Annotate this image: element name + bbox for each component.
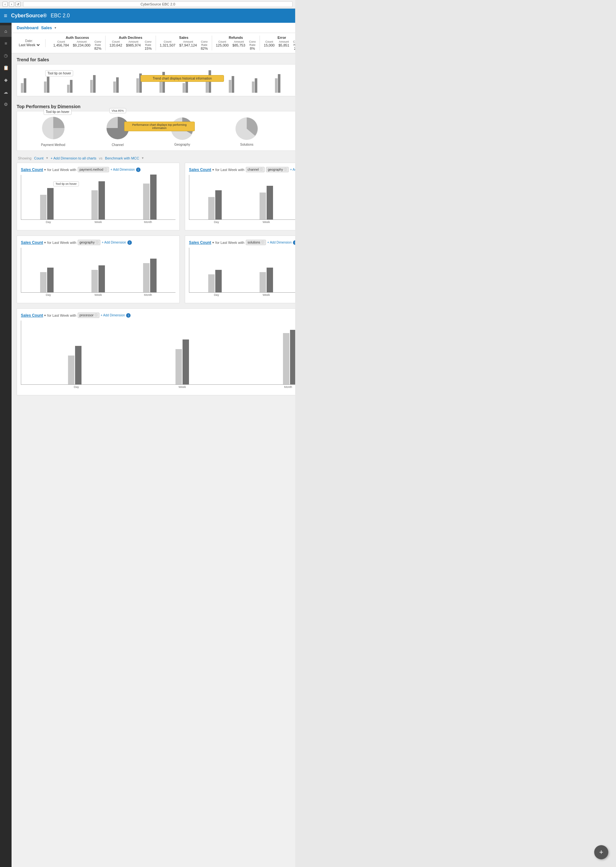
chart3-title-link[interactable]: Sales Count (21, 240, 43, 245)
sales-conv: Conv Rate 82% (201, 40, 208, 50)
chart2-header: Sales Count ▾ for Last Week with channel… (189, 167, 295, 172)
error-count: Count 15,000 (264, 40, 275, 50)
chart5-day-bar1 (68, 355, 74, 385)
chart4-info-icon[interactable]: i (293, 240, 295, 245)
payment-method-label: Payment Method (41, 143, 66, 147)
summary-bar: Date: Last Week Auth Success Count 1,456… (11, 33, 295, 53)
chart1-for-text: for Last Week with (47, 168, 76, 172)
chart3-month-bar2 (150, 259, 157, 292)
chart4-day-bar1 (208, 274, 215, 292)
chart4-add-dim-link[interactable]: + Add Dimension (267, 241, 292, 244)
chart4-title-link[interactable]: Sales Count (189, 240, 211, 245)
chart1-dim-label: payment.method (80, 168, 104, 171)
bar-group-5 (113, 77, 136, 93)
chart2-day-bar1 (208, 197, 215, 220)
chart3-month-group (127, 259, 173, 292)
sidebar-icon-analytics[interactable]: ◆ (0, 74, 11, 86)
chart2-channel-badge[interactable]: channel ⓘ (246, 167, 265, 172)
count-link[interactable]: Count (34, 156, 43, 160)
vs-text: vs (99, 156, 102, 160)
refunds-group: Refunds Count 125,000 Amount $85,753 Con… (212, 36, 260, 50)
chart5-dropdown-icon[interactable]: ▾ (44, 314, 46, 317)
chart2-for-text: for Last Week with (215, 168, 244, 172)
chart1-title-link[interactable]: Sales Count (21, 168, 43, 172)
chart3-day-group (24, 268, 70, 292)
error-group: Error Count 15,000 Amount $5,851 Conv Ra… (260, 36, 295, 50)
add-dimension-link[interactable]: + Add Dimension to all charts (51, 156, 97, 160)
chart4-dim-close[interactable]: ⓘ (261, 240, 264, 245)
chart3-add-dim-link[interactable]: + Add Dimension (102, 241, 126, 244)
chart4-dim-badge[interactable]: solutions ⓘ (246, 240, 266, 245)
chart1-info-icon[interactable]: i (136, 168, 140, 172)
sidebar-icon-clock[interactable]: ◷ (0, 50, 11, 61)
chart3-dim-badge[interactable]: geography ⓘ (78, 240, 101, 245)
auth-declines-amount: Amount $985,974 (126, 40, 141, 50)
chart2-geo-badge[interactable]: geography ⓘ (266, 167, 289, 172)
chart3-x-day: Day (24, 293, 73, 297)
chart-solutions: Sales Count ▾ for Last Week with solutio… (185, 236, 295, 303)
trend-bar (113, 82, 116, 93)
sales-amount: Amount $7,947,124 (179, 40, 197, 50)
sidebar: ⌂ ≡ ◷ 📋 ◆ ☁ ⚙ (0, 23, 11, 867)
chart1-header: Sales Count ▾ for Last Week with payment… (21, 167, 176, 172)
chart2-channel-close[interactable]: ⓘ (260, 168, 263, 172)
chart2-dropdown-icon[interactable]: ▾ (212, 168, 214, 171)
sidebar-icon-settings[interactable]: ⚙ (0, 99, 11, 110)
chart1-dim-close[interactable]: ⓘ (104, 168, 107, 172)
chart5-dim-badge[interactable]: processor ⓘ (78, 313, 99, 318)
chart3-info-icon[interactable]: i (127, 240, 132, 245)
address-bar[interactable]: CyberSource EBC 2.0 (23, 1, 292, 7)
forward-button[interactable]: › (9, 2, 14, 7)
chart1-dim-badge[interactable]: payment.method ⓘ (78, 167, 109, 172)
chart5-dim-close[interactable]: ⓘ (95, 313, 97, 317)
sidebar-icon-reports[interactable]: 📋 (0, 62, 11, 74)
date-select[interactable]: Last Week (18, 43, 41, 47)
chart4-month-group (295, 261, 295, 292)
chart3-bar-chart: Day Week Month (21, 248, 176, 299)
auth-declines-metrics: Count 120,642 Amount $985,974 Conv Rate … (109, 40, 152, 50)
sales-nav-link[interactable]: Sales (41, 25, 52, 30)
chart2-geo-close[interactable]: ⓘ (284, 168, 287, 172)
chart3-dim-close[interactable]: ⓘ (96, 240, 99, 245)
refresh-button[interactable]: ↺ (16, 2, 20, 7)
back-button[interactable]: ‹ (3, 2, 8, 7)
refunds-conv: Conv Rate 8% (249, 40, 256, 50)
chart2-day-group (192, 190, 238, 220)
chart3-x-week: Week (73, 293, 123, 297)
chart3-dropdown-icon[interactable]: ▾ (44, 241, 46, 244)
trend-section-title: Trend for Sales (11, 53, 295, 64)
chart2-add-dim-link[interactable]: + Add (290, 168, 295, 171)
dashboard-nav-link[interactable]: Dashboard (17, 25, 39, 30)
chart3-week-bar1 (91, 270, 98, 292)
chart4-dropdown-icon[interactable]: ▾ (212, 241, 214, 244)
chart4-week-group (243, 268, 289, 292)
sidebar-icon-cloud[interactable]: ☁ (0, 86, 11, 98)
chart4-x-labels: Day Week Month (189, 293, 295, 297)
hamburger-menu-icon[interactable]: ≡ (4, 13, 7, 19)
trend-bar (136, 78, 139, 93)
sidebar-icon-home[interactable]: ⌂ (0, 25, 11, 37)
bar-group-4 (90, 75, 113, 93)
channel-label: Channel (112, 143, 124, 147)
benchmark-dropdown[interactable]: ▾ (142, 156, 144, 160)
visa-label-tooltip: Visa 85% (109, 108, 126, 113)
chart5-info-icon[interactable]: i (126, 313, 130, 318)
benchmark-link[interactable]: Benchmark with MCC (105, 156, 139, 160)
chart5-day-group (24, 346, 126, 385)
trend-bar (116, 77, 119, 93)
payment-method-pie-chart (41, 115, 66, 141)
chart1-add-dim-link[interactable]: + Add Dimension (110, 168, 135, 171)
chart4-week-bar1 (259, 272, 266, 292)
chart5-title-link[interactable]: Sales Count (21, 313, 43, 318)
trend-bar (47, 77, 49, 93)
chart3-day-bar1 (40, 272, 47, 292)
chart1-dropdown-icon[interactable]: ▾ (44, 168, 46, 171)
sidebar-icon-menu[interactable]: ≡ (0, 38, 11, 49)
solutions-label: Solutions (240, 143, 253, 146)
sales-dropdown-arrow[interactable]: ▾ (55, 26, 56, 30)
chart2-title-link[interactable]: Sales Count (189, 168, 211, 172)
trend-bar (67, 85, 70, 93)
chart1-tooltip: Tool tip on hover (53, 181, 79, 187)
chart3-for-text: for Last Week with (47, 241, 76, 245)
chart5-add-dim-link[interactable]: + Add Dimension (101, 314, 125, 317)
